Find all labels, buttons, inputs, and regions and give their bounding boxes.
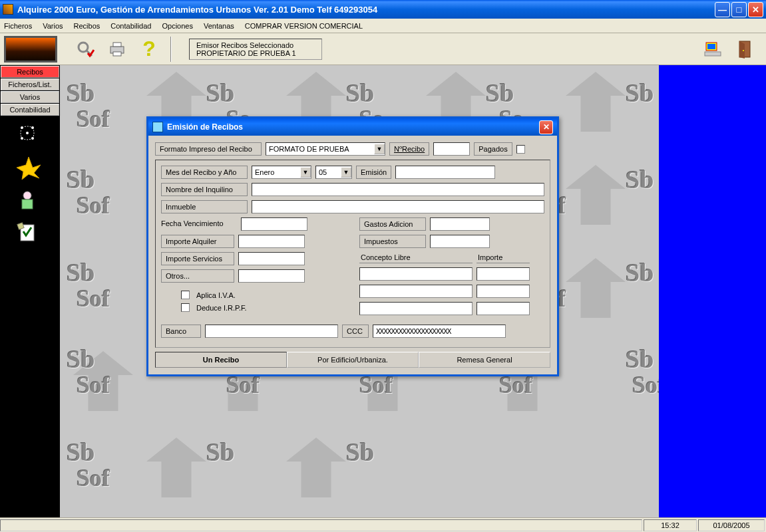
gastos-input[interactable]: [430, 217, 490, 231]
printer-icon: [108, 40, 126, 59]
chevron-down-icon[interactable]: ▼: [341, 167, 351, 178]
question-icon: ?: [142, 37, 156, 61]
otros-input[interactable]: [238, 269, 305, 283]
menu-ventanas[interactable]: Ventanas: [204, 22, 234, 30]
sidebar: Recibos Ficheros/List. Varios Contabilid…: [0, 65, 60, 517]
banco-input[interactable]: [205, 325, 338, 338]
dialog-icon: [152, 122, 163, 132]
svg-point-10: [743, 50, 744, 51]
menu-comprar[interactable]: COMPRAR VERSION COMERCIAL: [245, 22, 363, 30]
toolbar-separator: [170, 37, 172, 62]
importe-alquiler-input[interactable]: [238, 235, 305, 248]
status-main: [0, 519, 642, 531]
iva-checkbox[interactable]: [181, 291, 190, 299]
importe-header: Importe: [477, 252, 530, 263]
ano-combo[interactable]: 05 ▼: [315, 166, 352, 179]
minimize-button[interactable]: —: [715, 2, 730, 17]
svg-point-0: [79, 43, 88, 52]
emision-label: Emisión: [356, 166, 391, 179]
sidebar-btn-contabilidad[interactable]: Contabilidad: [1, 104, 59, 116]
maximize-button[interactable]: □: [731, 2, 747, 17]
ano-value: 05: [316, 168, 341, 176]
pagados-label: Pagados: [474, 142, 512, 156]
close-button[interactable]: ✕: [748, 2, 763, 17]
emisor-label: Emisor Recibos Seleccionado: [196, 41, 315, 49]
sidebar-icon-2[interactable]: [17, 156, 43, 182]
concepto-1-input[interactable]: [359, 267, 473, 281]
fecha-venc-input[interactable]: [241, 217, 307, 231]
door-icon: [735, 40, 754, 59]
dialog-titlebar[interactable]: Emisión de Recibos ✕: [148, 118, 557, 136]
dialog-emision-recibos: Emisión de Recibos ✕ Formato Impreso del…: [146, 116, 559, 376]
computer-icon: [703, 40, 722, 59]
dots-icon: [17, 122, 38, 144]
chevron-down-icon[interactable]: ▼: [300, 167, 311, 178]
gastos-label: Gastos Adicion: [359, 217, 426, 231]
sidebar-icon-3[interactable]: [17, 189, 43, 215]
sidebar-btn-recibos[interactable]: Recibos: [1, 66, 59, 78]
formato-label: Formato Impreso del Recibo: [155, 142, 262, 156]
formato-value: FORMATO DE PRUEBA: [266, 145, 374, 153]
menu-opciones[interactable]: Opciones: [162, 22, 192, 30]
app-icon: [3, 4, 13, 15]
menu-recibos[interactable]: Recibos: [74, 22, 100, 30]
importe-2-input[interactable]: [477, 285, 530, 298]
window-title: Alquirec 2000 Euro, Gestión de Arrendami…: [17, 5, 713, 15]
sidebar-icon-4[interactable]: [17, 222, 43, 249]
toolbar-help-button[interactable]: ?: [134, 36, 164, 63]
importe-alquiler-label: Importe Alquiler: [161, 235, 234, 248]
window-titlebar: Alquirec 2000 Euro, Gestión de Arrendami…: [0, 0, 766, 19]
menu-ficheros[interactable]: Ficheros: [4, 22, 32, 30]
star-icon: [17, 156, 41, 180]
svg-rect-4: [113, 52, 121, 56]
chevron-down-icon[interactable]: ▼: [374, 144, 385, 154]
formato-combo[interactable]: FORMATO DE PRUEBA ▼: [266, 142, 385, 156]
svg-rect-7: [705, 52, 721, 56]
importe-servicios-input[interactable]: [238, 252, 305, 265]
menu-contabilidad[interactable]: Contabilidad: [110, 22, 151, 30]
nrecibo-input[interactable]: [433, 142, 470, 156]
ccc-label: CCC: [342, 325, 369, 338]
svg-point-11: [21, 126, 23, 129]
toolbar-computer-button[interactable]: [698, 36, 727, 63]
toolbar-exit-button[interactable]: [730, 36, 759, 63]
importe-3-input[interactable]: [477, 302, 530, 315]
emision-input[interactable]: [395, 166, 495, 179]
nrecibo-label: NºRecibo: [389, 142, 429, 156]
svg-point-15: [26, 132, 29, 134]
mes-combo[interactable]: Enero ▼: [252, 166, 311, 179]
inmueble-input[interactable]: [252, 200, 544, 213]
sidebar-btn-ficheros[interactable]: Ficheros/List.: [1, 78, 59, 90]
concepto-2-input[interactable]: [359, 285, 473, 298]
tab-por-edificio[interactable]: Por Edificio/Urbaniza.: [287, 352, 419, 368]
svg-rect-18: [22, 200, 33, 209]
tab-un-recibo[interactable]: Un Recibo: [155, 352, 287, 368]
status-date: 01/08/2005: [698, 519, 765, 531]
svg-rect-6: [707, 44, 715, 49]
menu-bar: Ficheros Varios Recibos Contabilidad Opc…: [0, 19, 766, 33]
dialog-close-button[interactable]: ✕: [539, 120, 553, 134]
emisor-value: PROPIETARIO DE PRUEBA 1: [196, 49, 315, 57]
dialog-title: Emisión de Recibos: [167, 122, 539, 132]
pagados-checkbox[interactable]: [516, 145, 525, 154]
tab-remesa-general[interactable]: Remesa General: [419, 352, 550, 368]
fecha-venc-label: Fecha Vencimiento: [157, 217, 237, 231]
menu-varios[interactable]: Varios: [43, 22, 63, 30]
svg-marker-16: [17, 157, 41, 180]
toolbar-search-button[interactable]: [71, 36, 100, 63]
impuestos-label: Impuestos: [359, 235, 426, 248]
mes-label: Mes del Recibo y Año: [161, 166, 248, 179]
sidebar-icon-1[interactable]: [17, 122, 43, 149]
concepto-3-input[interactable]: [359, 302, 473, 315]
otros-label: Otros...: [161, 269, 234, 283]
importe-1-input[interactable]: [477, 267, 530, 281]
nombre-input[interactable]: [252, 183, 544, 196]
toolbar-print-button[interactable]: [102, 36, 132, 63]
sidebar-btn-varios[interactable]: Varios: [1, 91, 59, 103]
ccc-input[interactable]: [373, 325, 506, 338]
irpf-checkbox[interactable]: [181, 303, 190, 312]
person-icon: [17, 189, 38, 210]
magnifier-check-icon: [76, 40, 95, 59]
nombre-label: Nombre del Inquilino: [161, 183, 248, 196]
impuestos-input[interactable]: [430, 235, 490, 248]
